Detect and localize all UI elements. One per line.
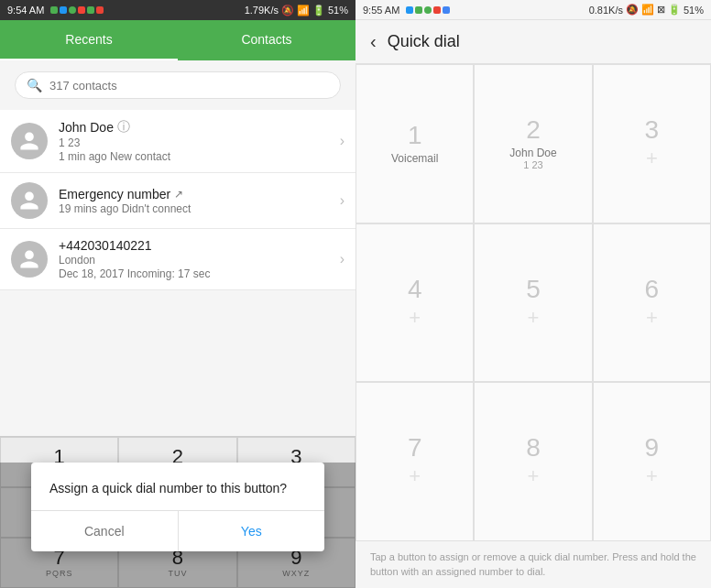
avatar-emergency: [11, 182, 48, 219]
quick-dial-cell-4[interactable]: 4 +: [356, 223, 474, 383]
contact-number-john-doe: 1 23: [59, 136, 340, 149]
search-container: 🔍: [0, 60, 356, 110]
avatar-john-doe: [11, 123, 48, 159]
contact-detail-emergency: 19 mins ago Didn't connect: [59, 202, 340, 215]
search-icon: 🔍: [27, 78, 42, 93]
right-app-icon-3: [424, 6, 432, 14]
quick-dial-cell-9[interactable]: 9 +: [593, 382, 711, 541]
phone-right: 9:55 AM 0.81K/s 🔕 📶 ⊠ 🔋 51% ‹ Quick dial…: [356, 0, 711, 588]
right-app-icon-4: [433, 6, 441, 14]
right-app-icon-5: [443, 6, 450, 14]
contact-name-emergency: Emergency number ↗: [59, 187, 340, 201]
dialog-yes-button[interactable]: Yes: [179, 511, 325, 551]
app-icon-2: [60, 6, 67, 14]
quick-dial-cell-2[interactable]: 2 John Doe 1 23: [474, 64, 592, 223]
contact-name-john-doe: John Doe ⓘ: [59, 119, 340, 136]
avatar-phone-number: [11, 241, 48, 278]
dialog-cancel-button[interactable]: Cancel: [31, 511, 179, 551]
contact-name-phone-number: +442030140221: [59, 238, 340, 253]
quick-dial-cell-5[interactable]: 5 +: [474, 223, 592, 383]
right-status-time: 9:55 AM: [363, 5, 450, 16]
dialog-box: Assign a quick dial number to this butto…: [31, 463, 324, 551]
app-icon-1: [50, 6, 58, 14]
phone-left: 9:54 AM 1.79K/s 🔕 📶 🔋 51% Recents: [0, 0, 356, 588]
quick-dial-cell-7[interactable]: 7 +: [356, 382, 474, 541]
right-app-icon-1: [406, 6, 413, 14]
right-status-bar: 9:55 AM 0.81K/s 🔕 📶 ⊠ 🔋 51%: [356, 0, 711, 20]
search-input[interactable]: [49, 79, 329, 93]
contact-arrow-emergency: ›: [340, 192, 345, 209]
left-status-bar: 9:54 AM 1.79K/s 🔕 📶 🔋 51%: [0, 0, 356, 20]
contact-detail-location: London: [59, 254, 340, 267]
app-icon-3: [69, 6, 76, 14]
left-status-icons: 1.79K/s 🔕 📶 🔋 51%: [245, 5, 348, 16]
tab-contacts[interactable]: Contacts: [178, 20, 356, 60]
left-tabs: Recents Contacts: [0, 20, 356, 60]
back-button[interactable]: ‹: [370, 31, 377, 52]
contact-info-john-doe: John Doe ⓘ 1 23 1 min ago New contact: [59, 119, 340, 163]
contact-info-emergency: Emergency number ↗ 19 mins ago Didn't co…: [59, 187, 340, 215]
dialog-actions: Cancel Yes: [31, 510, 324, 551]
contact-item-john-doe[interactable]: John Doe ⓘ 1 23 1 min ago New contact ›: [0, 110, 356, 173]
contact-item-phone-number[interactable]: +442030140221 London Dec 18, 2017 Incomi…: [0, 229, 356, 290]
app-icon-4: [78, 6, 85, 14]
contact-detail-john-doe: 1 min ago New contact: [59, 150, 340, 163]
dialog-message: Assign a quick dial number to this butto…: [31, 463, 324, 510]
quick-dial-cell-8[interactable]: 8 +: [474, 382, 592, 541]
right-header: ‹ Quick dial: [356, 20, 711, 64]
right-status-icons: 0.81K/s 🔕 📶 ⊠ 🔋 51%: [589, 4, 704, 16]
quick-dial-title: Quick dial: [388, 32, 460, 51]
contact-arrow-phone-number: ›: [340, 251, 345, 267]
quick-dial-cell-1[interactable]: 1 Voicemail: [356, 64, 474, 223]
contact-detail-date: Dec 18, 2017 Incoming: 17 sec: [59, 267, 340, 280]
app-icon-6: [96, 6, 104, 14]
quick-dial-cell-6[interactable]: 6 +: [593, 223, 711, 383]
contact-list: John Doe ⓘ 1 23 1 min ago New contact › …: [0, 110, 356, 436]
quick-dial-cell-3[interactable]: 3 +: [593, 64, 711, 223]
contact-arrow-john-doe: ›: [340, 133, 345, 149]
dialog-overlay: Assign a quick dial number to this butto…: [0, 463, 356, 588]
search-bar[interactable]: 🔍: [15, 71, 341, 99]
contact-item-emergency[interactable]: Emergency number ↗ 19 mins ago Didn't co…: [0, 173, 356, 229]
left-status-time: 9:54 AM: [7, 5, 104, 16]
quick-dial-grid: 1 Voicemail 2 John Doe 1 23 3 + 4 + 5 + …: [356, 64, 711, 541]
left-header: Recents Contacts: [0, 20, 356, 60]
quick-dial-hint: Tap a button to assign or remove a quick…: [356, 541, 711, 588]
contact-info-phone-number: +442030140221 London Dec 18, 2017 Incomi…: [59, 238, 340, 280]
right-app-icon-2: [415, 6, 422, 14]
info-icon: ⓘ: [117, 119, 130, 136]
tab-recents[interactable]: Recents: [0, 20, 178, 60]
app-icon-5: [87, 6, 94, 14]
outgoing-icon: ↗: [174, 188, 183, 201]
